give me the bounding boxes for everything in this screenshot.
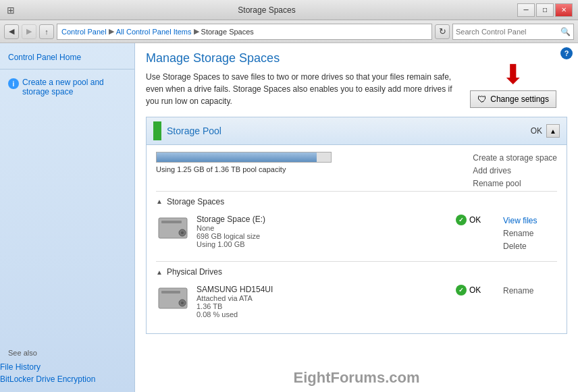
addressbar: ◀ ▶ ↑ Control Panel ▶ All Control Panel … (0, 20, 578, 43)
physical-drive-actions: Rename (503, 285, 557, 298)
physical-drive-icon (156, 285, 190, 312)
pool-progress-label: Using 1.25 GB of 1.36 TB pool capacity (156, 165, 466, 173)
storage-pool-section: Storage Pool OK ▲ (146, 117, 567, 334)
pool-title: Storage Pool (167, 125, 221, 136)
storage-space-sub2: 698 GB logical size (196, 232, 442, 240)
breadcrumb-sep-1: ▶ (109, 27, 114, 36)
storage-spaces-subsection: ▲ Storage Spaces (156, 191, 557, 262)
content-area: ? Manage Storage Spaces Use Storage Spac… (135, 43, 578, 392)
pool-header-left: Storage Pool (153, 121, 221, 140)
svg-rect-1 (161, 221, 182, 223)
change-settings-area: ⬇ 🛡 Change settings (470, 61, 556, 108)
svg-point-7 (181, 302, 184, 304)
storage-spaces-collapse[interactable]: ▲ (156, 198, 163, 205)
rename-space-link[interactable]: Rename (503, 227, 557, 240)
physical-drives-title: ▲ Physical Drives (156, 267, 557, 277)
pool-status: OK ▲ (531, 124, 560, 138)
pool-body: Using 1.25 GB of 1.36 TB pool capacity C… (147, 145, 567, 333)
breadcrumb: Control Panel ▶ All Control Panel Items … (57, 24, 432, 40)
watermark: EightForums.com (293, 369, 419, 387)
storage-space-actions: View files Rename Delete (503, 215, 557, 254)
back-button[interactable]: ◀ (4, 24, 19, 39)
physical-drive-item: SAMSUNG HD154UI Attached via ATA 1.36 TB… (156, 282, 557, 321)
svg-rect-5 (161, 291, 180, 293)
pool-progress-fill (157, 152, 317, 162)
physical-drive-sub3: 0.08 % used (196, 310, 442, 318)
search-box: 🔍 (452, 24, 574, 40)
create-storage-space-link[interactable]: Create a storage space (473, 152, 557, 165)
pool-header: Storage Pool OK ▲ (147, 117, 567, 145)
titlebar-title: Storage Spaces (16, 5, 517, 15)
physical-drive-sub2: 1.36 TB (196, 302, 442, 310)
forward-button[interactable]: ▶ (22, 24, 36, 39)
search-icon: 🔍 (560, 27, 571, 36)
view-files-link[interactable]: View files (503, 215, 557, 227)
shield-icon: 🛡 (477, 94, 487, 105)
refresh-button[interactable]: ↻ (435, 24, 450, 39)
help-icon[interactable]: ? (560, 47, 573, 59)
physical-drive-details: SAMSUNG HD154UI Attached via ATA 1.36 TB… (196, 285, 442, 318)
physical-ok-icon: ✓ (456, 285, 467, 296)
breadcrumb-current: Storage Spaces (201, 28, 254, 36)
search-input[interactable] (456, 28, 560, 36)
maximize-button[interactable]: □ (536, 3, 554, 17)
sidebar-bitlocker-link[interactable]: BitLocker Drive Encryption (0, 373, 134, 385)
storage-spaces-title: ▲ Storage Spaces (156, 197, 557, 206)
ok-icon: ✓ (456, 215, 467, 225)
sidebar-create-icon: i (8, 78, 19, 89)
physical-drive-sub1: Attached via ATA (196, 294, 442, 302)
breadcrumb-control-panel[interactable]: Control Panel (61, 28, 107, 36)
physical-drives-collapse[interactable]: ▲ (156, 269, 163, 276)
storage-space-sub1: None (196, 224, 442, 232)
sidebar-file-history-link[interactable]: File History (0, 361, 134, 373)
storage-space-icon (156, 215, 190, 242)
titlebar-controls: ─ □ ✕ (517, 3, 573, 17)
sidebar: Control Panel Home i Create a new pool a… (0, 43, 135, 392)
titlebar: ⊞ Storage Spaces ─ □ ✕ (0, 0, 578, 20)
main-layout: Control Panel Home i Create a new pool a… (0, 43, 578, 392)
storage-space-name: Storage Space (E:) (196, 215, 442, 224)
add-drives-link[interactable]: Add drives (473, 165, 557, 177)
app-icon: ⊞ (5, 5, 16, 16)
physical-drive-status: ✓ OK (456, 285, 503, 296)
rename-pool-link[interactable]: Rename pool (473, 177, 557, 190)
change-settings-button[interactable]: 🛡 Change settings (470, 90, 556, 108)
delete-space-link[interactable]: Delete (503, 240, 557, 253)
pool-body-right: Create a storage space Add drives Rename… (466, 152, 557, 191)
pool-body-inner: Using 1.25 GB of 1.36 TB pool capacity C… (156, 152, 557, 191)
pool-collapse-button[interactable]: ▲ (546, 124, 560, 138)
rename-drive-link[interactable]: Rename (503, 285, 557, 298)
storage-space-item: Storage Space (E:) None 698 GB logical s… (156, 212, 557, 256)
storage-space-status: ✓ OK (456, 215, 503, 225)
storage-space-sub3: Using 1.00 GB (196, 240, 442, 248)
arrow-down-icon: ⬇ (502, 61, 525, 88)
svg-point-3 (181, 231, 184, 234)
sidebar-create-pool-link[interactable]: i Create a new pool and storage space (0, 74, 134, 101)
page-title: Manage Storage Spaces (146, 51, 467, 65)
sidebar-home-link[interactable]: Control Panel Home (0, 50, 134, 65)
up-button[interactable]: ↑ (39, 24, 54, 39)
close-button[interactable]: ✕ (555, 3, 573, 17)
pool-progress-bar (156, 152, 332, 163)
pool-body-left: Using 1.25 GB of 1.36 TB pool capacity (156, 152, 466, 191)
breadcrumb-sep-2: ▶ (194, 27, 199, 36)
sidebar-see-also-label: See also (0, 345, 134, 361)
physical-drives-subsection: ▲ Physical Drives (156, 261, 557, 327)
breadcrumb-all-items[interactable]: All Control Panel Items (116, 28, 192, 36)
storage-space-details: Storage Space (E:) None 698 GB logical s… (196, 215, 442, 248)
page-description: Use Storage Spaces to save files to two … (146, 71, 456, 107)
physical-drive-name: SAMSUNG HD154UI (196, 285, 442, 294)
minimize-button[interactable]: ─ (517, 3, 535, 17)
pool-color-bar (153, 121, 161, 140)
